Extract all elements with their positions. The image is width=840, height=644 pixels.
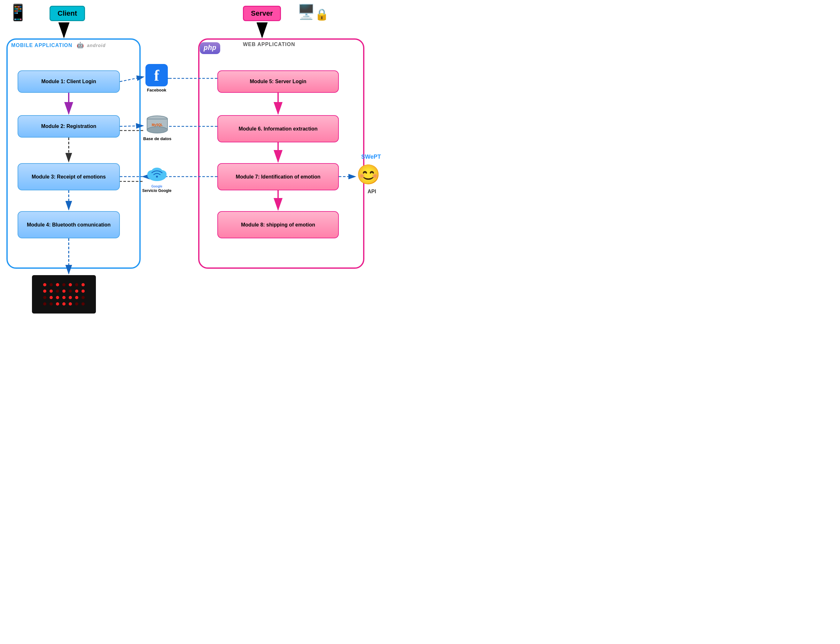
svg-point-35 — [75, 302, 78, 306]
google-cloud-icon-box: Google Servicio Google — [142, 163, 171, 194]
svg-point-25 — [56, 296, 59, 299]
svg-point-32 — [56, 302, 59, 306]
mobile-app-label: MOBILE APPLICATION 🤖 android — [11, 41, 106, 49]
android-icon: 🤖 — [77, 42, 84, 48]
svg-point-16 — [43, 289, 46, 293]
svg-point-24 — [49, 296, 53, 299]
mobile-device-icon: 📱 — [8, 3, 28, 22]
svg-point-36 — [82, 302, 85, 306]
svg-point-14 — [75, 283, 78, 286]
php-badge-container: php — [200, 42, 220, 54]
svg-point-31 — [49, 302, 53, 306]
module-1: Module 1: Client Login — [18, 71, 120, 93]
svg-point-12 — [62, 283, 65, 286]
svg-point-2 — [147, 127, 167, 133]
svg-point-20 — [69, 289, 72, 293]
client-box: Client — [49, 6, 85, 21]
svg-point-33 — [62, 302, 65, 306]
web-app-label: WEB APPLICATION — [243, 41, 295, 48]
svg-point-27 — [69, 296, 72, 299]
lock-icon: 🔒 — [315, 8, 329, 21]
svg-point-13 — [69, 283, 72, 286]
mysql-label: Base de datos — [143, 136, 171, 141]
svg-point-8 — [156, 176, 158, 177]
svg-text:MySQL: MySQL — [152, 123, 163, 127]
android-text: android — [87, 43, 105, 48]
swept-icon: 😊 — [356, 163, 380, 186]
led-matrix-icon — [38, 278, 90, 310]
module-7: Module 7: Identification of emotion — [217, 163, 339, 191]
svg-point-34 — [69, 302, 72, 306]
svg-point-11 — [56, 283, 59, 286]
svg-point-21 — [75, 289, 78, 293]
php-badge: php — [200, 42, 220, 54]
server-icon: 🖥️ — [297, 3, 315, 20]
svg-point-26 — [62, 296, 65, 299]
facebook-label: Facebook — [146, 88, 168, 92]
google-cloud-icon — [145, 163, 169, 182]
facebook-icon: f — [146, 64, 168, 86]
svg-point-15 — [82, 283, 85, 286]
module-8: Module 8: shipping of emotion — [217, 211, 339, 238]
svg-point-28 — [75, 296, 78, 299]
led-matrix — [32, 275, 96, 314]
server-label: Server — [251, 9, 273, 17]
mysql-db-icon: MySQL — [146, 115, 169, 135]
server-box: Server — [243, 6, 281, 21]
module-2: Module 2: Registration — [18, 115, 120, 138]
google-label: Google Servicio Google — [142, 184, 171, 194]
svg-point-9 — [43, 283, 46, 286]
module-6: Module 6. Information extraction — [217, 115, 339, 142]
svg-point-29 — [82, 296, 85, 299]
svg-point-19 — [62, 289, 65, 293]
svg-point-23 — [43, 296, 46, 299]
svg-point-30 — [43, 302, 46, 306]
client-label: Client — [57, 9, 77, 17]
api-label: API — [368, 189, 376, 194]
module-5: Module 5: Server Login — [217, 71, 339, 93]
module-3: Module 3: Receipt of emotions — [18, 163, 120, 191]
module-4: Module 4: Bluetooth comunication — [18, 211, 120, 238]
swept-label: SWePT — [361, 154, 381, 160]
svg-point-10 — [49, 283, 53, 286]
diagram-container: Client Server MOBILE APPLICATION 🤖 andro… — [0, 0, 420, 322]
svg-point-17 — [49, 289, 53, 293]
mysql-icon-box: MySQL Base de datos — [143, 115, 171, 141]
facebook-icon-box: f Facebook — [146, 64, 168, 92]
svg-point-22 — [82, 289, 85, 293]
svg-point-18 — [56, 289, 59, 293]
